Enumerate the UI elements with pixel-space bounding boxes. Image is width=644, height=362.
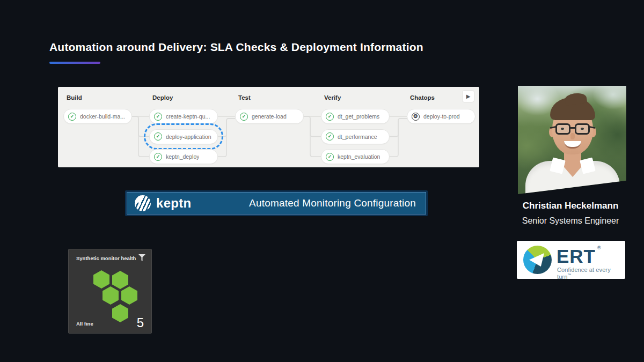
photo-nose (570, 133, 575, 139)
pipeline-node-label: docker-build-ma... (80, 113, 125, 120)
pipeline-node-label: deploy-to-prod (423, 113, 460, 120)
status-success-icon: ✓ (326, 153, 334, 161)
tile-count: 5 (137, 315, 144, 330)
banner-label: Automated Monitoring Configuration (249, 197, 416, 209)
keptn-banner-inner: keptn Automated Monitoring Configuration (127, 192, 426, 215)
pipeline-node-docker-build-ma-[interactable]: ✓docker-build-ma... (63, 109, 132, 124)
monitor-hexagon[interactable] (103, 286, 119, 305)
presenter-photo (518, 86, 626, 194)
keptn-wordmark: keptn (156, 196, 192, 211)
keptn-logo-icon (135, 195, 151, 211)
monitor-hexagon[interactable] (93, 270, 109, 289)
status-success-icon: ✓ (326, 113, 334, 121)
pipeline-node-generate-load[interactable]: ✓generate-load (235, 109, 304, 124)
monitor-hexagon[interactable] (121, 286, 137, 305)
pipeline-node-keptn-deploy[interactable]: ✓keptn_deploy (149, 149, 218, 164)
pipeline-panel: Build✓docker-build-ma...Deploy✓create-ke… (58, 87, 479, 167)
pipeline-node-keptn-evaluation[interactable]: ✓keptn_evaluation (321, 149, 390, 164)
status-success-icon: ✓ (240, 113, 248, 121)
pipeline-node-label: dt_get_problems (338, 113, 379, 120)
pipeline-stage-header-verify: Verify (324, 94, 341, 101)
status-success-icon: ✓ (68, 113, 76, 121)
pipeline-node-label: generate-load (252, 113, 287, 120)
monitor-hexagon[interactable] (112, 271, 128, 289)
pipeline-node-create-keptn-qu-[interactable]: ✓create-keptn-qu... (149, 109, 218, 124)
status-success-icon: ✓ (326, 132, 334, 141)
ert-tagline-text: Confidence at every turn (557, 267, 611, 280)
status-success-icon: ✓ (154, 113, 162, 121)
monitor-hexagon[interactable] (112, 304, 128, 322)
presenter-name: Christian Heckelmann (501, 201, 640, 211)
pipeline-stage-header-deploy: Deploy (152, 94, 173, 101)
pipeline-node-deploy-to-prod[interactable]: ⚙deploy-to-prod (407, 109, 475, 124)
manual-gate-icon: ⚙ (412, 113, 420, 121)
ert-globe-icon (523, 246, 552, 274)
pipeline-stage-header-build: Build (67, 94, 82, 101)
title-underline (49, 62, 100, 64)
ert-trademark: ™ (567, 273, 571, 277)
ert-wordmark: ERT (557, 246, 596, 267)
pipeline-node-label: keptn_deploy (166, 153, 199, 160)
filter-icon[interactable] (138, 254, 145, 261)
photo-eye (581, 128, 584, 130)
ert-tagline: Confidence at every turn™ (557, 267, 625, 280)
pipeline-stage-header-chatops: Chatops (410, 94, 435, 101)
photo-eye (561, 128, 564, 130)
tile-title: Synthetic monitor health (76, 255, 136, 261)
pipeline-node-dt-performance[interactable]: ✓dt_performance (321, 129, 390, 144)
pipeline-node-deploy-application[interactable]: ✓deploy-application (149, 129, 218, 144)
status-success-icon: ✓ (154, 153, 162, 161)
ert-registered-mark: ® (597, 245, 601, 250)
synthetic-monitor-tile[interactable]: Synthetic monitor health All fine 5 (68, 249, 152, 334)
presenter-role: Senior Systems Engineer (501, 216, 640, 226)
pipeline-run-button[interactable]: ▶ (462, 90, 474, 102)
photo-glasses (570, 127, 575, 129)
pipeline-node-label: deploy-application (166, 134, 211, 140)
tile-status-text: All fine (76, 321, 93, 327)
ert-logo-card: ERT ® Confidence at every turn™ (517, 241, 625, 279)
pipeline-node-label: keptn_evaluation (338, 153, 380, 160)
status-success-icon: ✓ (154, 132, 162, 141)
pipeline-node-label: create-keptn-qu... (166, 113, 210, 120)
keptn-banner: keptn Automated Monitoring Configuration (125, 190, 428, 216)
pipeline-node-label: dt_performance (338, 134, 377, 140)
pipeline-node-dt-get-problems[interactable]: ✓dt_get_problems (321, 109, 390, 124)
pipeline-stage-header-test: Test (238, 94, 251, 101)
page-title: Automation around Delivery: SLA Checks &… (49, 41, 423, 54)
